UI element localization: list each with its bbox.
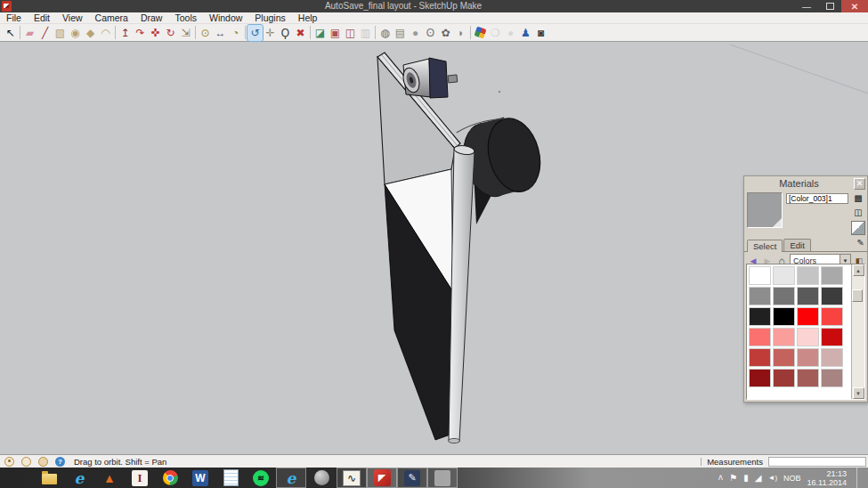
tool-shaded-with-textures-icon[interactable]: ✿ — [438, 25, 453, 41]
tab-edit[interactable]: Edit — [783, 239, 810, 251]
tool-zoom-icon[interactable]: Ϙ — [278, 25, 293, 41]
eyedropper-icon[interactable]: ✎ — [857, 238, 864, 248]
viewport[interactable] — [0, 42, 868, 454]
menu-file[interactable]: File — [0, 12, 28, 24]
color-swatch-14[interactable] — [797, 328, 819, 346]
battery-icon[interactable]: ▮ — [743, 473, 749, 483]
taskbar-sketchup[interactable]: ◤ — [367, 468, 397, 488]
color-swatch-16[interactable] — [749, 348, 771, 367]
minimize-button[interactable]: — — [795, 0, 818, 12]
tool-dimension-icon[interactable]: ↔ — [213, 25, 228, 41]
color-swatch-8[interactable] — [749, 307, 771, 326]
tool-move-icon[interactable]: ✜ — [148, 25, 163, 41]
scroll-track[interactable] — [852, 276, 864, 387]
color-swatch-17[interactable] — [773, 348, 795, 367]
tool-monochrome-icon[interactable]: ◗ — [453, 25, 468, 41]
close-button[interactable]: ✕ — [841, 0, 868, 12]
tool-tape-measure-icon[interactable]: ⊙ — [198, 25, 213, 41]
taskbar-gray-globe-app[interactable] — [306, 468, 337, 488]
scroll-thumb[interactable] — [852, 289, 863, 302]
action-center-flag-icon[interactable]: ⚑ — [729, 473, 737, 483]
color-swatch-18[interactable] — [797, 348, 819, 367]
menu-plugins[interactable]: Plugins — [248, 12, 291, 24]
menu-tools[interactable]: Tools — [168, 12, 203, 24]
taskbar-internet-explorer-window[interactable]: e — [276, 468, 306, 488]
color-swatch-5[interactable] — [773, 287, 795, 305]
tool-display-section-cuts-icon[interactable]: ◫ — [343, 25, 358, 41]
color-swatch-3[interactable] — [821, 266, 843, 285]
color-swatch-23[interactable] — [821, 369, 843, 387]
tool-scale-icon[interactable]: ⇲ — [178, 25, 193, 41]
taskbar-word[interactable]: W — [185, 468, 215, 488]
credits-icon[interactable] — [21, 457, 31, 467]
scroll-down-icon[interactable]: ▼ — [853, 387, 864, 399]
show-desktop-button[interactable] — [856, 468, 861, 488]
color-swatch-13[interactable] — [773, 328, 795, 346]
help-icon[interactable]: ? — [55, 457, 65, 467]
default-material-swatch[interactable] — [851, 221, 865, 235]
geolocation-icon[interactable] — [4, 457, 14, 467]
color-swatch-10[interactable] — [797, 307, 819, 326]
color-swatch-15[interactable] — [821, 328, 843, 346]
material-name-input[interactable] — [786, 193, 848, 204]
scroll-up-icon[interactable]: ▲ — [853, 264, 864, 276]
menu-draw[interactable]: Draw — [134, 12, 169, 24]
tool-follow-me-icon[interactable]: ↷ — [133, 25, 148, 41]
secondary-pane-icon[interactable]: ◫ — [853, 207, 864, 218]
taskbar-inventor[interactable]: I — [125, 468, 155, 488]
taskbar-notes-app[interactable] — [215, 468, 246, 488]
taskbar-start-button[interactable] — [0, 468, 34, 488]
color-swatch-9[interactable] — [773, 307, 795, 326]
color-swatch-20[interactable] — [749, 369, 771, 387]
tool-orbit-icon[interactable]: ↺ — [247, 25, 263, 41]
tool-rotate-icon[interactable]: ↻ — [163, 25, 178, 41]
taskbar-faded-app[interactable] — [427, 468, 458, 488]
color-swatch-0[interactable] — [749, 266, 771, 285]
color-swatch-6[interactable] — [797, 287, 819, 305]
tool-polygon-icon[interactable]: ◆ — [83, 25, 98, 41]
tool-x-ray-icon[interactable]: ◍ — [377, 25, 393, 41]
menu-camera[interactable]: Camera — [89, 12, 134, 24]
color-swatch-7[interactable] — [821, 287, 843, 305]
menu-edit[interactable]: Edit — [28, 12, 56, 24]
tool-rectangle-icon[interactable]: ▧ — [53, 25, 68, 41]
tool-circle-icon[interactable]: ◉ — [68, 25, 83, 41]
tool-eraser-icon[interactable]: ▰ — [22, 25, 37, 41]
hidden-icons-arrow[interactable]: ˄ — [718, 473, 723, 483]
taskbar-internet-explorer[interactable]: e — [64, 468, 94, 488]
measurements-input[interactable] — [768, 457, 866, 467]
tool-styles-icon[interactable] — [473, 25, 488, 41]
materials-close-button[interactable]: ✕ — [854, 178, 865, 190]
materials-scrollbar[interactable]: ▲ ▼ — [851, 264, 864, 399]
network-icon[interactable]: ◢ — [755, 473, 762, 483]
taskbar-file-explorer[interactable] — [34, 468, 64, 488]
tool-position-camera-icon[interactable]: ◙ — [533, 25, 548, 41]
color-swatch-1[interactable] — [773, 266, 795, 285]
sign-in-icon[interactable] — [38, 457, 48, 467]
tool-shadows-icon[interactable]: ❍ — [488, 25, 503, 41]
tool-component-person-icon[interactable]: ♟ — [518, 25, 533, 41]
restore-button[interactable] — [818, 0, 841, 12]
tool-display-section-fill-icon[interactable]: ▥ — [358, 25, 373, 41]
tool-display-section-planes-icon[interactable]: ▣ — [328, 25, 343, 41]
color-swatch-11[interactable] — [821, 307, 843, 326]
color-swatch-21[interactable] — [773, 369, 795, 387]
clock[interactable]: 21:13 16.11.2014 — [807, 469, 847, 487]
language-indicator[interactable]: NOB — [783, 474, 801, 483]
menu-view[interactable]: View — [56, 12, 89, 24]
tool-zoom-extents-icon[interactable]: ✖ — [293, 25, 308, 41]
tool-push-pull-icon[interactable]: ↥ — [118, 25, 133, 41]
tool-hidden-line-icon[interactable]: ● — [408, 25, 423, 41]
color-swatch-19[interactable] — [821, 348, 843, 367]
taskbar-waveform-app[interactable]: ∿ — [337, 468, 367, 488]
tool-protractor-icon[interactable]: ◔ — [228, 25, 243, 41]
taskbar-spotify[interactable]: ≋ — [246, 468, 276, 488]
tool-pan-icon[interactable]: ✛ — [263, 25, 278, 41]
color-swatch-2[interactable] — [797, 266, 819, 285]
tool-select-icon[interactable]: ↖ — [3, 25, 18, 41]
tool-wireframe-icon[interactable]: ▤ — [393, 25, 408, 41]
tool-section-plane-icon[interactable]: ◪ — [312, 25, 328, 41]
taskbar-matlab[interactable]: ▲ — [94, 468, 125, 488]
tool-arc-icon[interactable]: ◠ — [98, 25, 113, 41]
tab-select[interactable]: Select — [747, 240, 783, 252]
